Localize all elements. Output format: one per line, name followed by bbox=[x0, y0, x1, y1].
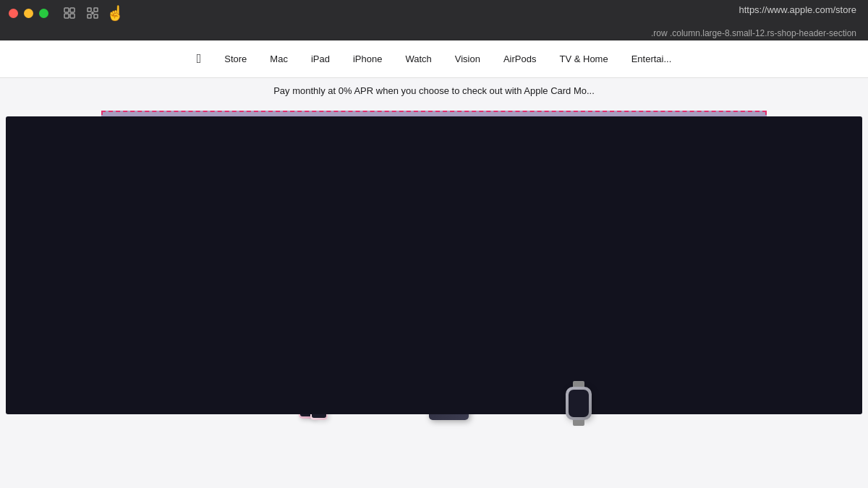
nav-item-vision[interactable]: Vision bbox=[443, 40, 492, 78]
apple-nav:  Store Mac iPad iPhone Watch Vision Air… bbox=[0, 40, 868, 78]
titlebar-icons bbox=[63, 7, 99, 20]
css-selector: .row .column.large-8.small-12.rs-shop-he… bbox=[651, 28, 856, 38]
pointer-icon: ☝ bbox=[106, 4, 124, 22]
svg-rect-3 bbox=[70, 14, 75, 18]
svg-rect-1 bbox=[70, 8, 75, 12]
nav-item-iphone[interactable]: iPhone bbox=[341, 40, 393, 78]
nav-item-ipad[interactable]: iPad bbox=[299, 40, 341, 78]
svg-rect-2 bbox=[64, 14, 69, 18]
svg-rect-5 bbox=[94, 8, 98, 12]
traffic-lights bbox=[9, 9, 48, 18]
nav-item-store[interactable]: Store bbox=[213, 40, 258, 78]
apple-logo[interactable]:  bbox=[185, 40, 213, 78]
main-content: Store. The best way to buy the products … bbox=[0, 111, 868, 420]
nav-item-watch[interactable]: Watch bbox=[393, 40, 443, 78]
url-text: https://www.apple.com/store bbox=[739, 4, 856, 15]
inspect-icon[interactable] bbox=[86, 7, 99, 20]
fullscreen-button[interactable] bbox=[39, 9, 48, 18]
promo-banner: Pay monthly at 0% APR when you choose to… bbox=[0, 78, 868, 103]
nav-item-mac[interactable]: Mac bbox=[258, 40, 299, 78]
browser-content:  Store Mac iPad iPhone Watch Vision Air… bbox=[0, 40, 868, 488]
ipad-thumbnail bbox=[405, 377, 492, 420]
svg-rect-7 bbox=[94, 14, 98, 18]
titlebar-selector-bar: .row .column.large-8.small-12.rs-shop-he… bbox=[0, 26, 868, 40]
close-button[interactable] bbox=[9, 9, 18, 18]
select-element-icon[interactable] bbox=[63, 7, 76, 20]
svg-rect-4 bbox=[88, 8, 91, 12]
svg-rect-6 bbox=[88, 14, 91, 18]
url-bar[interactable]: https://www.apple.com/store bbox=[739, 4, 868, 15]
titlebar-top: ☝ https://www.apple.com/store bbox=[0, 0, 868, 26]
titlebar: ☝ https://www.apple.com/store .row .colu… bbox=[0, 0, 868, 40]
nav-item-entertainment[interactable]: Entertai... bbox=[620, 40, 684, 78]
nav-item-airpods[interactable]: AirPods bbox=[492, 40, 548, 78]
promo-text: Pay monthly at 0% APR when you choose to… bbox=[273, 85, 595, 96]
nav-item-tv-home[interactable]: TV & Home bbox=[548, 40, 619, 78]
svg-rect-0 bbox=[64, 8, 69, 12]
product-thumbnails bbox=[72, 371, 825, 420]
minimize-button[interactable] bbox=[24, 9, 33, 18]
